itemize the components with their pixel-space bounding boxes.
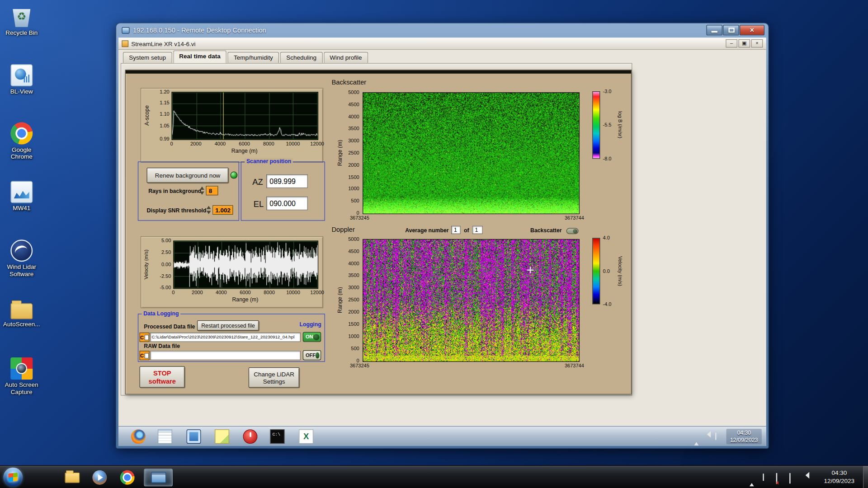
- remote-tray-volume-icon[interactable]: [704, 433, 711, 440]
- stop-software-button[interactable]: STOP software: [140, 366, 185, 388]
- doppler-colorbar: [592, 238, 600, 305]
- rays-in-background-label: Rays in background: [148, 188, 201, 194]
- renew-background-button[interactable]: Renew background now: [146, 168, 228, 183]
- data-logging-group: Data Logging Processed Data file Restart…: [138, 314, 325, 362]
- app-window-controls: – ▣ ×: [726, 39, 763, 47]
- autoscreen-icon: [10, 303, 33, 319]
- tab-wind-profile[interactable]: Wind profile: [324, 52, 368, 63]
- rdp-titlebar[interactable]: 192.168.0.150 - Remote Desktop Connectio…: [116, 23, 768, 38]
- tick-label: 0.00: [151, 262, 171, 267]
- panel-top-strip: [126, 70, 631, 74]
- rays-spinner[interactable]: [199, 186, 205, 195]
- remote-clock[interactable]: 04:30 12/09/2023: [726, 429, 762, 444]
- snr-spinner[interactable]: [206, 205, 212, 215]
- taskbar-explorer-button[interactable]: [60, 469, 84, 486]
- desktop-icon-wind-lidar[interactable]: Wind Lidar Software: [1, 239, 42, 277]
- notepad-icon[interactable]: [158, 429, 172, 444]
- start-button[interactable]: [3, 468, 23, 487]
- desktop-icon-chrome[interactable]: Google Chrome: [1, 122, 42, 160]
- processed-path-field[interactable]: C:\Lidar\Data\Proc\2023\202309\20230912\…: [150, 333, 301, 342]
- backscatter-x-tick-right: 3673744: [565, 215, 584, 221]
- doppler-y-ticks: 5000450040003500300025002000150010005000: [344, 239, 360, 361]
- raw-drive-selector[interactable]: C: [140, 351, 150, 360]
- cmd-icon[interactable]: [270, 429, 285, 444]
- change-lidar-settings-button[interactable]: Change LiDAR Settings: [249, 367, 300, 388]
- processed-drive-selector[interactable]: C: [140, 333, 150, 342]
- tick-label: 0: [172, 290, 175, 296]
- taskbar-rdp-button[interactable]: [144, 469, 173, 486]
- tick-label: 4500: [343, 102, 359, 107]
- tab-real-time-data[interactable]: Real time data: [173, 50, 226, 63]
- taskbar-wmp-button[interactable]: [87, 469, 112, 486]
- app-titlebar[interactable]: StreamLine XR v14-6.vi – ▣ ×: [118, 38, 766, 50]
- rays-value-field[interactable]: 8: [206, 186, 218, 195]
- tick-label: 4000: [343, 114, 359, 119]
- tab-page-real-time-data: A-scope 1.201.151.101.050.99 02000400060…: [121, 63, 632, 396]
- tray-volume-icon[interactable]: [803, 474, 811, 481]
- tick-label: 3500: [343, 126, 359, 131]
- tab-scheduling[interactable]: Scheduling: [280, 52, 323, 63]
- show-desktop-button[interactable]: [863, 466, 868, 488]
- mw41-icon: [10, 181, 33, 203]
- tab-temp-humidity[interactable]: Temp/humidity: [228, 52, 279, 63]
- tick-label: 3000: [343, 285, 359, 291]
- backscatter-toggle[interactable]: [566, 228, 579, 234]
- desktop-icon-bl-view[interactable]: BL-View: [1, 64, 42, 95]
- tray-arrow-icon[interactable]: [750, 474, 757, 481]
- tick-label: 0: [170, 141, 173, 146]
- taskbar-clock[interactable]: 04:30 12/09/2023: [818, 469, 860, 485]
- tick-label: -5.5: [603, 122, 611, 128]
- background-group: Renew background now Rays in background …: [138, 162, 239, 221]
- scanner-position-group: Scanner position AZ 089.999 EL 090.000: [241, 162, 325, 221]
- excel-icon[interactable]: [299, 429, 313, 444]
- ascope-y-ticks: 1.201.151.101.050.99: [152, 92, 171, 139]
- restart-processed-file-button[interactable]: Restart processed file: [197, 320, 259, 331]
- desktop-icon-recycle-bin[interactable]: Recycle Bin: [1, 5, 42, 37]
- power-icon[interactable]: [243, 429, 258, 444]
- az-value-field[interactable]: 089.999: [266, 174, 308, 188]
- logging-label: Logging: [299, 321, 321, 327]
- az-label: AZ: [252, 177, 263, 187]
- snr-value-field[interactable]: 1.002: [212, 205, 233, 215]
- tick-label: 12000: [310, 141, 324, 146]
- remote-clock-date: 12/09/2023: [726, 436, 762, 444]
- chrome-icon: [10, 122, 33, 145]
- tick-label: 2500: [343, 297, 359, 303]
- el-value-field[interactable]: 090.000: [266, 197, 308, 211]
- backscatter-colorbar-ticks: -3.0-5.5-8.0: [602, 91, 616, 159]
- desktop-icon-auto-screen-capture[interactable]: Auto Screen Capture: [1, 357, 42, 395]
- average-count-field[interactable]: 1: [472, 226, 482, 234]
- raw-path-field[interactable]: [150, 351, 301, 360]
- maximize-button[interactable]: [723, 25, 739, 35]
- desktop-icon-autoscreen[interactable]: AutoScreen...: [1, 299, 42, 328]
- app-minimize-button[interactable]: –: [726, 39, 737, 47]
- tray-display-icon[interactable]: [789, 474, 797, 481]
- tray-network-icon[interactable]: [776, 474, 784, 481]
- average-number-field[interactable]: 1: [451, 226, 461, 234]
- rdp-window: 192.168.0.150 - Remote Desktop Connectio…: [116, 23, 768, 448]
- taskbar-chrome-button[interactable]: [115, 469, 140, 486]
- renew-background-led[interactable]: [230, 172, 237, 179]
- tick-label: 10000: [286, 141, 300, 146]
- tray-flag-icon[interactable]: [763, 474, 770, 481]
- tick-label: 2000: [343, 309, 359, 314]
- monitor-icon[interactable]: [187, 429, 201, 444]
- app-close-button[interactable]: ×: [751, 39, 763, 47]
- notes-icon[interactable]: [215, 429, 229, 444]
- desktop-icon-mw41[interactable]: MW41: [1, 181, 42, 212]
- tab-system-setup[interactable]: System setup: [123, 52, 172, 63]
- remote-tray-arrow-icon[interactable]: [694, 433, 701, 440]
- close-button[interactable]: ×: [740, 25, 764, 35]
- tick-label: -2.50: [151, 273, 171, 279]
- firefox-icon[interactable]: [131, 429, 146, 444]
- raw-logging-toggle[interactable]: OFF: [303, 350, 321, 360]
- app-restore-button[interactable]: ▣: [738, 39, 750, 47]
- taskbar-ie-button[interactable]: [32, 469, 57, 486]
- average-number-label: Average number: [405, 227, 448, 233]
- minimize-button[interactable]: [706, 25, 722, 35]
- ascope-plot: [172, 92, 318, 140]
- remote-tray-flag-icon[interactable]: [715, 433, 722, 440]
- backscatter-colorbar-label: log B (/m/sr): [616, 91, 623, 159]
- desktop-icon-label: Auto Screen Capture: [1, 381, 42, 396]
- processed-logging-toggle[interactable]: ON: [303, 332, 321, 342]
